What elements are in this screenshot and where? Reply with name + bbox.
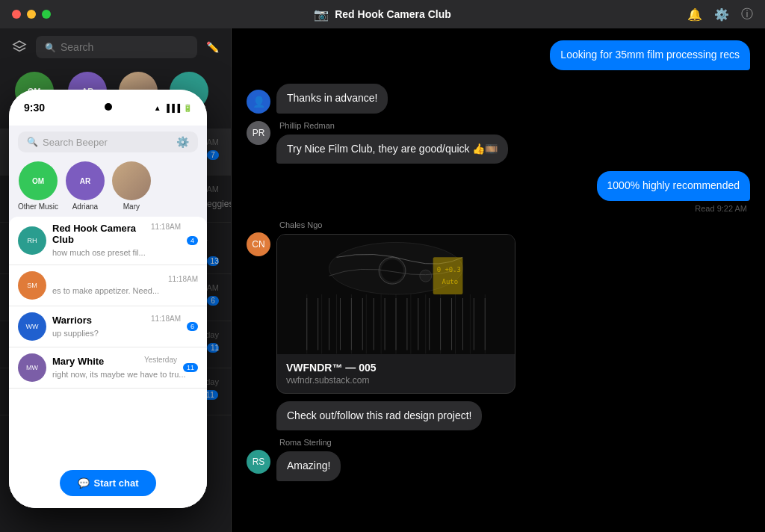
chat-panel: Looking for 35mm film processing recs 👤 …	[232, 28, 765, 532]
phone-avatar-other-music: OM	[19, 161, 58, 200]
phone-chat-preview-4: right now, its maybe we have to tru...	[52, 370, 186, 379]
svg-text:0   +0.3: 0 +0.3	[437, 266, 461, 273]
message-row-phillip: PR Phillip Redman Try Nice Film Club, th…	[247, 121, 750, 164]
traffic-light-red[interactable]	[12, 10, 21, 19]
phone-chat-time-redhook: 11:18AM	[151, 223, 181, 245]
phone-chat-item-4[interactable]: MW Mary White Yesterday right now, its m…	[9, 347, 207, 389]
phone-avatar-adriana: AR	[66, 161, 105, 200]
sidebar-header	[0, 28, 231, 66]
gear-icon[interactable]	[714, 7, 729, 22]
phone-chat-avatar-warriors: WW	[18, 312, 46, 341]
bubble-film-recs: Looking for 35mm film processing recs	[550, 40, 750, 70]
phone-chat-content-4: Mary White Yesterday right now, its mayb…	[52, 356, 177, 380]
phone-chat-name-redhook: Red Hook Camera Club	[52, 223, 151, 245]
message-row-roma: RS Roma Sterling Amazing!	[247, 438, 750, 481]
phone-search-text: Search Beeper	[43, 137, 172, 148]
phone-story-mary[interactable]: Mary	[112, 161, 151, 211]
wifi-icon: ▲	[154, 104, 161, 112]
message-row-chales: CN Chales Ngo	[247, 220, 750, 394]
message-row-checkout: Check out/follow this rad design project…	[276, 401, 750, 431]
bubble-checkout: Check out/follow this rad design project…	[276, 401, 482, 431]
title-right-actions	[687, 7, 753, 22]
start-chat-button[interactable]: 💬 Start chat	[60, 470, 157, 496]
sender-name-chales: Chales Ngo	[276, 220, 515, 229]
phone-chat-avatar-2: SM	[18, 271, 46, 300]
bubble-thanks: Thanks in advance!	[276, 84, 388, 114]
chat-messages: Looking for 35mm film processing recs 👤 …	[232, 28, 765, 532]
phone-chat-time-4: Yesterday	[144, 356, 177, 367]
window-title-text: Red Hook Camera Club	[335, 8, 451, 20]
traffic-lights	[12, 10, 51, 19]
signal-icon: ▐▐▐	[164, 104, 180, 112]
phone-stories-row: OM Other Music AR Adriana Mary	[9, 158, 207, 214]
badge-wonton: 6	[207, 296, 219, 306]
phone-badge-redhook: 4	[187, 236, 198, 245]
phone-chat-content-warriors: Warriors 11:18AM up supplies?	[52, 315, 181, 339]
phone-chat-time-warriors: 11:18AM	[151, 315, 181, 326]
compose-icon[interactable]	[206, 40, 219, 54]
phone-chat-preview-warriors: up supplies?	[52, 329, 99, 338]
phone-chat-preview-2: es to make appetizer. Need...	[52, 286, 159, 295]
phone-body: 🔍 Search Beeper ⚙️ OM Other Music AR Adr…	[9, 126, 207, 508]
badge-red-hook: 7	[207, 150, 219, 160]
badge-ladies: 13	[207, 256, 219, 266]
phone-notch: 9:30 ▲ ▐▐▐ 🔋	[9, 90, 207, 126]
phone-chat-item-2[interactable]: SM 11:18AM es to make appetizer. Need...	[9, 265, 207, 306]
search-input[interactable]	[61, 41, 188, 53]
phone-chat-avatar-redhook: RH	[18, 226, 46, 255]
link-card: 0 +0.3 Auto	[276, 234, 515, 394]
incoming-group-roma: Roma Sterling Amazing!	[276, 438, 341, 481]
phone-camera	[105, 103, 112, 111]
phone-story-adriana[interactable]: AR Adriana	[66, 161, 105, 211]
phone-chat-item-redhook[interactable]: RH Red Hook Camera Club 11:18AM how much…	[9, 217, 207, 265]
msg-avatar-roma: RS	[247, 450, 270, 474]
title-bar: 📷 Red Hook Camera Club	[0, 0, 765, 28]
phone-search-bar[interactable]: 🔍 Search Beeper ⚙️	[18, 132, 198, 152]
phone-story-name-mary: Mary	[123, 202, 140, 211]
message-row-thanks: 👤 Thanks in advance!	[247, 78, 750, 114]
info-icon[interactable]	[741, 7, 753, 22]
phone-settings-icon[interactable]: ⚙️	[176, 136, 189, 148]
msg-avatar-chales: CN	[247, 232, 270, 256]
link-card-image: 0 +0.3 Auto	[277, 235, 515, 354]
phone-chat-list: RH Red Hook Camera Club 11:18AM how much…	[9, 217, 207, 508]
phone-chat-preview-redhook: how much ose preset fil...	[52, 248, 146, 257]
desktop-window: 📷 Red Hook Camera Club	[0, 0, 765, 532]
phone-avatar-mary	[112, 161, 151, 200]
phone-chat-time-2: 11:18AM	[168, 275, 198, 283]
phone-story-name-om: Other Music	[18, 202, 58, 211]
bell-icon[interactable]	[687, 7, 702, 22]
traffic-light-green[interactable]	[42, 10, 51, 19]
message-row-1000: 1000% highly recommended Read 9:22 AM	[247, 171, 750, 213]
phone-chat-content-redhook: Red Hook Camera Club 11:18AM how much os…	[52, 223, 181, 259]
phone-chat-item-warriors[interactable]: WW Warriors 11:18AM up supplies? 6	[9, 306, 207, 347]
svg-point-17	[420, 270, 432, 282]
outgoing-group-1000: 1000% highly recommended Read 9:22 AM	[597, 171, 750, 213]
search-icon	[45, 40, 56, 54]
phone-time: 9:30	[24, 102, 45, 114]
bubble-1000: 1000% highly recommended	[597, 171, 750, 201]
phone-chat-avatar-4: MW	[18, 353, 46, 382]
svg-text:Auto: Auto	[442, 278, 459, 285]
msg-avatar-phillip: PR	[247, 121, 270, 145]
link-card-url: vwfndr.substack.com	[286, 375, 506, 386]
sidebar-search[interactable]	[36, 36, 197, 58]
phone-overlay: 9:30 ▲ ▐▐▐ 🔋 🔍 Search Beeper ⚙️ OM Other…	[9, 90, 207, 508]
link-card-title: VWFNDR™ — 005	[286, 362, 506, 374]
incoming-group-chales: Chales Ngo	[276, 220, 515, 394]
phone-story-name-adriana: Adriana	[72, 202, 98, 211]
msg-avatar-user: 👤	[247, 90, 270, 114]
message-row: Looking for 35mm film processing recs	[247, 40, 750, 70]
badge-eric: 11	[207, 343, 219, 353]
sender-name-phillip: Phillip Redman	[276, 121, 508, 130]
bubble-amazing: Amazing!	[276, 451, 341, 481]
title-camera-icon: 📷	[314, 7, 329, 22]
phone-status-icons: ▲ ▐▐▐ 🔋	[154, 104, 192, 112]
phone-story-other-music[interactable]: OM Other Music	[18, 161, 58, 211]
outgoing-group-1: Looking for 35mm film processing recs	[550, 40, 750, 70]
phone-chat-name-4: Mary White	[52, 356, 104, 367]
traffic-light-yellow[interactable]	[27, 10, 36, 19]
phone-chat-content-2: 11:18AM es to make appetizer. Need...	[52, 275, 198, 297]
sender-name-roma: Roma Sterling	[276, 438, 341, 447]
phone-badge-warriors: 6	[187, 322, 198, 331]
